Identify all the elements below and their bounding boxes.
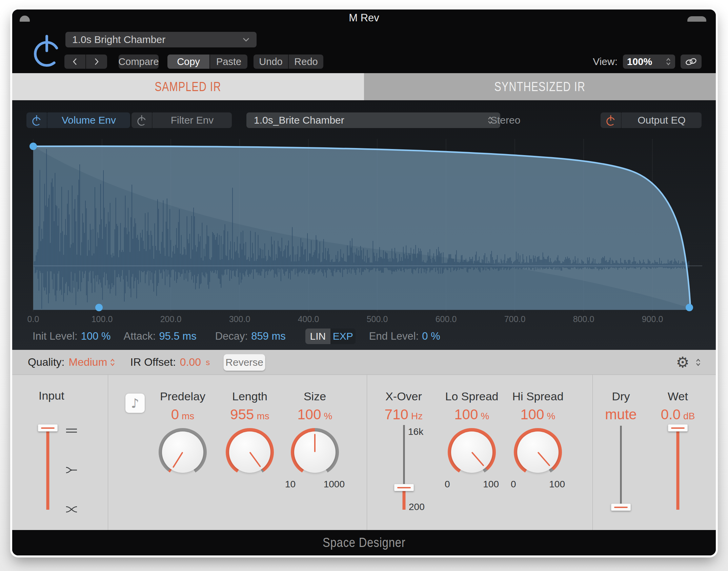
redo-button[interactable]: Redo bbox=[288, 55, 323, 69]
link-icon bbox=[685, 58, 697, 66]
reverse-button[interactable]: Reverse bbox=[223, 354, 265, 371]
volume-env-button[interactable]: Volume Env bbox=[26, 112, 130, 128]
size-knob[interactable] bbox=[291, 428, 339, 476]
plugin-power-icon[interactable] bbox=[31, 34, 62, 68]
ir-waveform-display[interactable] bbox=[20, 139, 708, 312]
dry-control: Dry mute bbox=[594, 390, 648, 423]
chevron-up-down-icon bbox=[666, 57, 671, 66]
axis-tick: 300.0 bbox=[229, 314, 250, 324]
attack-value[interactable]: 95.5 ms bbox=[159, 330, 196, 342]
divider bbox=[108, 375, 108, 530]
ir-file-value: 1.0s_Brite Chamber bbox=[254, 114, 344, 126]
undo-redo-group: Undo Redo bbox=[254, 55, 323, 69]
copy-button[interactable]: Copy bbox=[167, 55, 209, 69]
tab-synthesized-ir[interactable]: SYNTHESIZED IR bbox=[364, 73, 716, 100]
decay-label: Decay: bbox=[215, 330, 248, 342]
wet-slider[interactable] bbox=[668, 424, 688, 510]
prev-preset-button[interactable] bbox=[64, 55, 85, 69]
decay-value[interactable]: 859 ms bbox=[251, 330, 286, 342]
tab-sampled-ir[interactable]: SAMPLED IR bbox=[12, 73, 364, 100]
env-node-end[interactable] bbox=[686, 304, 693, 311]
xover-slider-handle[interactable] bbox=[394, 484, 414, 491]
stereo-routing-icon[interactable] bbox=[64, 426, 79, 436]
sync-note-button[interactable]: ♪ bbox=[125, 394, 145, 413]
end-level-value[interactable]: 0 % bbox=[422, 330, 440, 342]
preset-nav-group bbox=[64, 55, 107, 69]
quality-label: Quality: bbox=[28, 356, 64, 368]
xover-unit: Hz bbox=[411, 411, 423, 421]
size-label: Size bbox=[278, 390, 352, 403]
init-level-label: Init Level: bbox=[33, 330, 78, 342]
chevron-up-down-icon[interactable] bbox=[695, 358, 701, 367]
lin-button[interactable]: LIN bbox=[305, 329, 330, 344]
predelay-knob[interactable] bbox=[159, 428, 207, 476]
compare-button[interactable]: Compare bbox=[119, 55, 159, 69]
chevron-left-icon bbox=[73, 58, 77, 65]
wet-label: Wet bbox=[651, 390, 705, 403]
ir-file-dropdown[interactable]: 1.0s_Brite Chamber bbox=[246, 112, 500, 128]
input-slider-handle[interactable] bbox=[38, 424, 58, 431]
plugin-name: Space Designer bbox=[323, 535, 406, 550]
size-unit: % bbox=[324, 411, 332, 421]
quality-bar: Quality: Medium IR Offset: 0.00 s Revers… bbox=[12, 350, 716, 375]
link-button[interactable] bbox=[681, 55, 702, 69]
hi-spread-unit: % bbox=[547, 411, 555, 421]
params-panel: Input ♪ Predelay 0ms Length bbox=[12, 375, 716, 530]
wet-value[interactable]: 0.0 bbox=[661, 406, 681, 422]
lo-spread-label: Lo Spread bbox=[434, 390, 509, 403]
merge-routing-icon[interactable] bbox=[64, 465, 79, 475]
size-min: 10 bbox=[285, 479, 296, 490]
quality-select[interactable]: Medium bbox=[68, 356, 115, 368]
filter-env-button[interactable]: Filter Env bbox=[132, 112, 232, 128]
view-zoom-select[interactable]: 100% bbox=[623, 55, 675, 69]
input-slider[interactable] bbox=[38, 424, 58, 510]
length-unit: ms bbox=[257, 411, 269, 421]
lo-spread-unit: % bbox=[481, 411, 489, 421]
undo-button[interactable]: Undo bbox=[254, 55, 288, 69]
length-knob[interactable] bbox=[226, 428, 274, 476]
view-controls: View: 100% bbox=[593, 55, 702, 69]
ir-mode-tabs: SAMPLED IR SYNTHESIZED IR bbox=[12, 73, 716, 100]
exp-button[interactable]: EXP bbox=[330, 329, 356, 344]
lo-spread-min: 0 bbox=[445, 479, 450, 490]
xover-max-label: 16k bbox=[408, 426, 423, 437]
paste-button[interactable]: Paste bbox=[209, 55, 247, 69]
dry-slider[interactable] bbox=[611, 424, 631, 510]
predelay-label: Predelay bbox=[145, 390, 220, 403]
envelope-params-row: Init Level: 100 % Attack: 95.5 ms Decay:… bbox=[33, 329, 440, 344]
gear-icon[interactable]: ⚙ bbox=[676, 355, 689, 370]
hi-spread-knob[interactable] bbox=[514, 428, 562, 476]
filter-env-power-icon[interactable] bbox=[132, 112, 153, 128]
preset-dropdown[interactable]: 1.0s Bright Chamber bbox=[65, 32, 257, 47]
input-label: Input bbox=[39, 389, 64, 402]
xover-value[interactable]: 710 bbox=[385, 406, 408, 422]
crossfeed-routing-icon[interactable] bbox=[64, 504, 79, 514]
init-level-value[interactable]: 100 % bbox=[81, 330, 111, 342]
lo-spread-knob[interactable] bbox=[448, 428, 496, 476]
wet-slider-handle[interactable] bbox=[668, 424, 688, 431]
lo-spread-value[interactable]: 100 bbox=[454, 406, 478, 422]
preset-value: 1.0s Bright Chamber bbox=[72, 34, 165, 45]
size-value[interactable]: 100 bbox=[298, 406, 321, 422]
axis-tick: 100.0 bbox=[92, 314, 113, 324]
env-node-attack[interactable] bbox=[95, 304, 103, 311]
dry-slider-handle[interactable] bbox=[611, 504, 631, 511]
next-preset-button[interactable] bbox=[85, 55, 107, 69]
predelay-unit: ms bbox=[182, 411, 194, 421]
hi-spread-value[interactable]: 100 bbox=[521, 406, 544, 422]
titlebar: M Rev bbox=[12, 9, 716, 22]
dry-label: Dry bbox=[594, 390, 648, 403]
lo-spread-max: 100 bbox=[483, 479, 499, 490]
output-eq-button[interactable]: Output EQ bbox=[601, 112, 702, 128]
channel-mode-label[interactable]: Stereo bbox=[490, 112, 520, 128]
length-value[interactable]: 955 bbox=[230, 406, 254, 422]
output-eq-power-icon[interactable] bbox=[601, 112, 622, 128]
ir-offset-value[interactable]: 0.00 s bbox=[180, 356, 210, 368]
volume-env-power-icon[interactable] bbox=[26, 112, 47, 128]
view-label: View: bbox=[593, 56, 618, 67]
time-axis: 0.0 100.0 200.0 300.0 400.0 500.0 600.0 … bbox=[20, 314, 708, 324]
env-node-start[interactable] bbox=[29, 143, 37, 150]
dry-value[interactable]: mute bbox=[605, 406, 636, 422]
chevron-down-icon bbox=[242, 37, 250, 42]
predelay-value[interactable]: 0 bbox=[171, 406, 179, 422]
